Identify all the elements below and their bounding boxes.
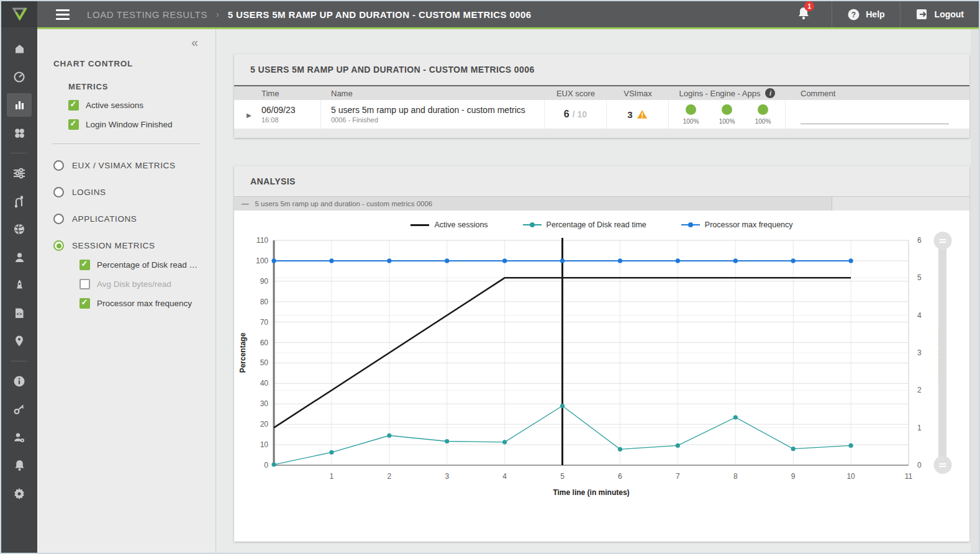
globe-icon bbox=[13, 223, 25, 235]
sidebar-item-about[interactable] bbox=[7, 370, 32, 393]
results-table-header: Time Name EUX score VSImax Logins - Engi… bbox=[234, 85, 969, 100]
slider-track[interactable] bbox=[938, 240, 946, 465]
column-header-vsimax[interactable]: VSImax bbox=[607, 89, 669, 98]
svg-text:10: 10 bbox=[846, 472, 855, 481]
svg-text:?: ? bbox=[851, 11, 856, 19]
sidebar-item-launcher[interactable] bbox=[7, 273, 32, 297]
sidebar-item-tuning[interactable] bbox=[7, 161, 32, 185]
result-row[interactable]: ▶ 06/09/23 16:08 5 users 5m ramp up and … bbox=[234, 100, 969, 129]
panel-divider bbox=[52, 143, 201, 144]
result-date: 06/09/23 bbox=[261, 105, 320, 115]
logout-button[interactable]: Logout bbox=[901, 1, 979, 27]
radio-icon bbox=[53, 160, 64, 171]
eux-score-value: 6 bbox=[564, 109, 569, 120]
home-icon bbox=[14, 43, 25, 55]
radio-logins[interactable]: LOGINS bbox=[53, 187, 216, 198]
sidebar-item-settings[interactable] bbox=[7, 481, 32, 505]
svg-text:9: 9 bbox=[791, 472, 796, 481]
column-header-logins[interactable]: Logins - Engine - Apps i bbox=[669, 88, 786, 98]
script-icon: <> bbox=[14, 307, 25, 319]
rocket-icon bbox=[14, 279, 25, 291]
svg-text:20: 20 bbox=[260, 420, 269, 429]
sidebar-item-environment[interactable] bbox=[7, 217, 32, 241]
legend-active-sessions[interactable]: Active sessions bbox=[411, 220, 488, 229]
column-header-comment[interactable]: Comment bbox=[786, 89, 969, 98]
checkbox-unchecked-icon bbox=[79, 279, 90, 289]
sidebar-item-workflow[interactable] bbox=[7, 189, 32, 213]
svg-text:<>: <> bbox=[17, 311, 22, 316]
sidebar-divider bbox=[11, 361, 27, 361]
checkbox-active-sessions[interactable]: Active sessions bbox=[68, 100, 216, 111]
column-header-time[interactable]: Time bbox=[234, 89, 321, 98]
checkbox-processor-max-frequency[interactable]: Processor max frequency bbox=[79, 298, 216, 309]
svg-text:8: 8 bbox=[733, 472, 738, 481]
logins-status: 100% bbox=[675, 104, 707, 125]
help-button[interactable]: ? Help bbox=[832, 1, 899, 27]
chart-legend: Active sessions Percentage of Disk read … bbox=[234, 217, 969, 233]
user-gear-icon bbox=[13, 432, 25, 443]
series-bar-scroll-track[interactable] bbox=[832, 197, 969, 211]
main-content: 5 USERS 5M RAMP UP AND DURATION - CUSTOM… bbox=[217, 29, 979, 553]
legend-line-blue-icon bbox=[681, 224, 700, 225]
sidebar-item-accounts[interactable] bbox=[7, 425, 32, 449]
collapse-panel-button[interactable]: « bbox=[191, 35, 198, 50]
column-header-name[interactable]: Name bbox=[321, 89, 545, 98]
page-scrollbar[interactable] bbox=[971, 29, 979, 553]
sidebar-item-users[interactable] bbox=[7, 245, 32, 269]
checkbox-label: Active sessions bbox=[86, 101, 143, 110]
radio-eux-vsimax-metrics[interactable]: EUX / VSIMAX METRICS bbox=[53, 160, 216, 171]
workflow-icon bbox=[13, 195, 25, 207]
radio-label: APPLICATIONS bbox=[72, 214, 137, 224]
checkbox-avg-disk-bytes-read[interactable]: Avg Disk bytes/read bbox=[79, 279, 216, 289]
breadcrumb-separator-icon: › bbox=[216, 9, 219, 19]
vsimax-value: 3 bbox=[627, 109, 632, 120]
line-chart: 0123456123456789101101020304050607080901… bbox=[237, 233, 948, 504]
radio-selected-icon bbox=[53, 240, 64, 251]
radio-session-metrics[interactable]: SESSION METRICS bbox=[53, 240, 216, 251]
info-icon[interactable]: i bbox=[765, 88, 775, 98]
svg-text:7: 7 bbox=[676, 472, 680, 481]
slider-handle-top[interactable] bbox=[933, 232, 951, 250]
logout-icon bbox=[915, 8, 929, 20]
checkbox-checked-icon bbox=[68, 119, 79, 130]
svg-text:5: 5 bbox=[560, 472, 565, 481]
sidebar-item-access[interactable] bbox=[7, 397, 32, 421]
sidebar-item-test-results[interactable] bbox=[7, 93, 32, 117]
legend-line-teal-icon bbox=[523, 224, 542, 225]
app-window: LOAD TESTING RESULTS › 5 USERS 5M RAMP U… bbox=[0, 0, 980, 554]
checkbox-percentage-disk-read[interactable]: Percentage of Disk read … bbox=[79, 260, 216, 270]
help-icon: ? bbox=[847, 8, 860, 21]
svg-text:3: 3 bbox=[917, 348, 922, 357]
legend-line-black-icon bbox=[411, 224, 429, 226]
svg-text:100: 100 bbox=[256, 257, 268, 265]
sidebar-item-home[interactable] bbox=[7, 37, 32, 61]
svg-text:70: 70 bbox=[260, 318, 269, 327]
checkbox-checked-icon bbox=[68, 100, 79, 111]
svg-text:4: 4 bbox=[502, 472, 507, 481]
svg-text:Time line (in minutes): Time line (in minutes) bbox=[553, 488, 629, 497]
sidebar-item-applications[interactable] bbox=[7, 121, 32, 145]
radio-applications[interactable]: APPLICATIONS bbox=[53, 214, 216, 224]
sidebar: <> bbox=[1, 27, 37, 553]
legend-label: Percentage of Disk read time bbox=[547, 220, 647, 229]
sidebar-item-dashboard[interactable] bbox=[7, 65, 32, 89]
comment-input[interactable] bbox=[801, 124, 949, 124]
checkbox-login-window-finished[interactable]: Login Window Finished bbox=[68, 119, 216, 130]
sidebar-item-scripts[interactable]: <> bbox=[7, 301, 32, 325]
checkbox-label: Percentage of Disk read … bbox=[97, 260, 197, 270]
accent-line bbox=[37, 27, 979, 29]
legend-processor-max-frequency[interactable]: Processor max frequency bbox=[681, 220, 793, 229]
series-selector-bar[interactable]: — 5 users 5m ramp up and duration - cust… bbox=[234, 197, 969, 211]
menu-icon[interactable] bbox=[56, 7, 70, 22]
svg-text:Percentage: Percentage bbox=[238, 332, 247, 373]
sidebar-item-locations[interactable] bbox=[7, 329, 32, 353]
slider-handle-bottom[interactable] bbox=[933, 456, 951, 474]
info-icon bbox=[13, 375, 25, 388]
sidebar-item-notifications[interactable] bbox=[7, 453, 32, 477]
column-header-eux-score[interactable]: EUX score bbox=[545, 89, 607, 98]
breadcrumb-root[interactable]: LOAD TESTING RESULTS bbox=[87, 9, 207, 20]
app-logo[interactable] bbox=[1, 1, 37, 27]
legend-disk-read-time[interactable]: Percentage of Disk read time bbox=[523, 220, 647, 229]
row-expander-icon[interactable]: ▶ bbox=[247, 112, 252, 119]
notifications-button[interactable]: 1 bbox=[786, 6, 832, 23]
